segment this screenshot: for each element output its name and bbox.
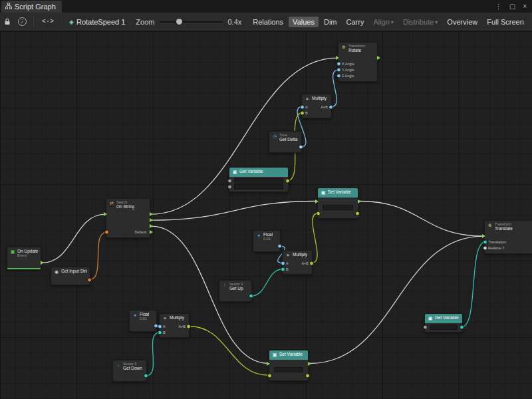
toolbar-button-carry[interactable]: Carry [342,17,368,27]
graph-canvas[interactable]: ⊕TransformRotateX AngleY AngleZ Angle×Mu… [0,31,532,399]
output-port[interactable] [358,200,361,203]
node-set-variable-mid[interactable]: ▣Set Variable [317,188,358,219]
node-rotate[interactable]: ⊕TransformRotateX AngleY AngleZ Angle [338,42,378,82]
graph-name: RotateSpeed 1 [76,18,125,26]
output-port[interactable] [355,211,360,215]
float-icon: ● [132,313,138,318]
output-port[interactable] [377,56,380,60]
gamepad-icon: ◉ [54,269,59,275]
toolbar-button-align[interactable]: Align▾ [369,17,397,27]
graph-asset-icon: ◈ [69,19,74,25]
input-port[interactable] [483,246,487,251]
node-title: Set Variable [279,352,303,357]
input-port[interactable] [336,74,341,78]
node-set-variable-bottom[interactable]: ▣Set Variable [269,350,309,381]
node-get-variable-top[interactable]: ▣Get Variable [229,167,289,192]
input-port[interactable] [482,234,485,238]
output-port[interactable] [186,324,191,329]
input-port[interactable] [227,178,232,183]
output-port[interactable] [460,325,464,329]
node-title: Get Variable [435,316,459,321]
info-icon[interactable]: i [15,15,29,29]
port-label: A×B [321,105,328,109]
input-port[interactable] [336,62,341,66]
close-icon[interactable]: × [523,3,527,10]
input-port[interactable] [158,330,162,334]
input-port[interactable] [267,373,272,378]
node-translate[interactable]: ⊕TransformTranslateTranslationRelative T [484,220,532,254]
zoom-slider-track[interactable] [160,21,223,23]
node-multiply-top[interactable]: ×MultiplyAA×BB [301,94,332,118]
node-multiply-mid[interactable]: ×MultiplyAA×BB [282,250,313,275]
toolbar-button-full-screen[interactable]: Full Screen [483,17,528,27]
output-port[interactable] [41,261,44,265]
lock-icon[interactable] [1,15,14,29]
tab-script-graph[interactable]: Script Graph [1,1,62,13]
output-port[interactable] [150,212,153,216]
node-float-mid[interactable]: ●Float0.01 [253,230,281,252]
input-port[interactable] [227,184,232,189]
output-port[interactable] [150,230,153,234]
output-port[interactable] [150,224,153,228]
node-get-up[interactable]: ↑Vector 3Get Up [219,280,252,302]
output-port[interactable] [329,104,333,109]
zoom-slider[interactable] [160,17,223,27]
output-port[interactable] [87,277,92,282]
fit-graph-icon[interactable]: <·> [37,17,59,27]
variable-name-field[interactable] [234,184,283,190]
menu-icon[interactable]: ⋮ [495,3,502,10]
variable-icon: ▣ [428,316,433,321]
output-port[interactable] [285,178,290,183]
maximize-icon[interactable]: ▢ [509,3,515,10]
node-on-update[interactable]: ▣On UpdateEvent [7,247,41,269]
dropdown-caret-icon: ▾ [391,19,394,25]
input-port[interactable] [104,230,109,235]
port-label: X Angle [342,62,354,66]
node-get-down[interactable]: ↓Vector 3Get Down [112,360,147,382]
toolbar-button-distribute[interactable]: Distribute▾ [399,17,442,27]
output-port[interactable] [144,374,148,378]
node-get-input-string[interactable]: ◉Get Input Strin [51,267,90,285]
node-get-variable-br[interactable]: ▣Get Variable [424,313,463,332]
input-port[interactable] [336,56,339,60]
input-port[interactable] [300,104,305,109]
toolbar-button-overview[interactable]: Overview [443,17,481,27]
input-port[interactable] [315,200,319,203]
toolbar-button-dim[interactable]: Dim [320,17,341,27]
variable-name-field[interactable] [323,205,353,210]
input-port[interactable] [104,212,107,216]
node-title: Rotate [348,49,365,53]
input-port[interactable] [336,68,341,72]
multiply-icon: × [285,253,291,258]
zoom-slider-thumb[interactable] [176,19,182,25]
node-multiply-bottom[interactable]: ×MultiplyAA×BB [159,313,190,338]
output-port[interactable] [305,373,310,378]
port-label: A [286,261,289,265]
node-title: Get Up [229,287,243,291]
input-port[interactable] [316,211,321,215]
variable-name-field[interactable] [274,367,303,372]
toolbar-button-relations[interactable]: Relations [249,17,287,27]
input-port[interactable] [483,240,487,245]
output-port[interactable] [277,244,282,249]
input-port[interactable] [267,362,270,366]
graph-breadcrumb[interactable]: ◈ RotateSpeed 1 [69,18,125,26]
variable-name-field[interactable] [234,178,283,184]
variable-name-field[interactable] [430,325,458,330]
input-port[interactable] [158,324,162,329]
output-port[interactable] [299,145,303,150]
input-port[interactable] [281,261,285,265]
output-port[interactable] [150,218,153,222]
node-switch-on-string[interactable]: ⇄SwitchOn StringDefault [106,198,150,238]
node-float-bottom[interactable]: ●Float0.01 [129,310,157,332]
input-port[interactable] [281,267,285,271]
input-port[interactable] [423,325,428,329]
output-port[interactable] [249,294,253,299]
node-get-delta-time[interactable]: ◷TimeGet Delta Time [269,131,302,153]
output-port[interactable] [308,362,311,366]
input-port[interactable] [300,110,305,115]
toolbar-button-values[interactable]: Values [289,17,319,27]
output-port[interactable] [309,261,314,265]
switch-icon: ⇄ [109,201,114,206]
port-label: A×B [178,325,186,329]
